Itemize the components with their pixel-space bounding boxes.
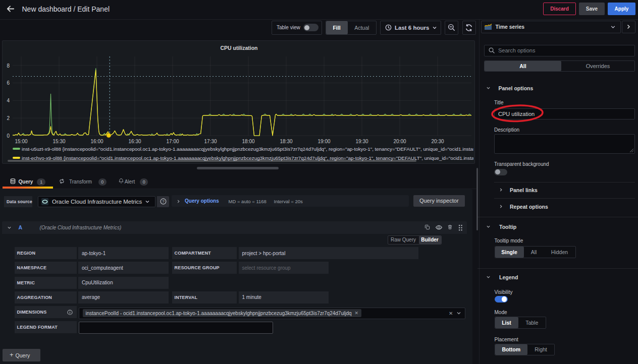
svg-text:2: 2 xyxy=(7,115,10,121)
svg-text:?: ? xyxy=(162,199,165,204)
svg-text:19:30: 19:30 xyxy=(355,139,368,144)
svg-text:15:00: 15:00 xyxy=(15,139,27,144)
svg-text:15:30: 15:30 xyxy=(52,139,65,144)
svg-text:8: 8 xyxy=(7,63,10,68)
svg-text:18:30: 18:30 xyxy=(280,139,292,144)
svg-text:17:00: 17:00 xyxy=(166,139,179,144)
svg-text:16:00: 16:00 xyxy=(90,139,103,144)
svg-text:20:00: 20:00 xyxy=(393,139,406,144)
svg-text:16:30: 16:30 xyxy=(128,139,141,144)
svg-text:4: 4 xyxy=(7,98,10,103)
svg-text:20:30: 20:30 xyxy=(431,139,444,144)
svg-text:0: 0 xyxy=(7,133,10,139)
svg-text:19:00: 19:00 xyxy=(317,139,330,144)
svg-text:18:00: 18:00 xyxy=(242,139,254,144)
svg-text:6: 6 xyxy=(7,80,10,86)
svg-text:17:30: 17:30 xyxy=(204,139,217,144)
